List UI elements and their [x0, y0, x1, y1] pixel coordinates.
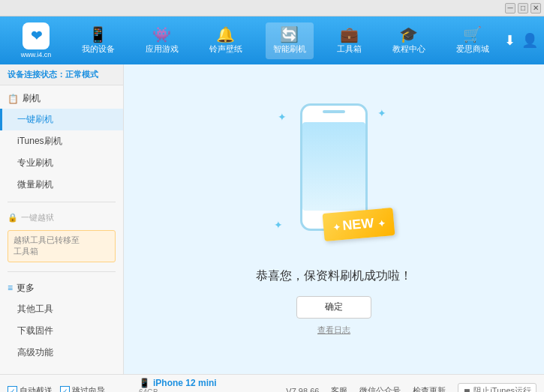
flash-section-title[interactable]: 📋 刷机 — [0, 88, 123, 109]
skip-wizard-checkbox[interactable]: ✓ 跳过向导 — [60, 385, 105, 392]
log-link[interactable]: 查看日志 — [317, 325, 350, 336]
phone-speaker — [323, 110, 345, 113]
lock-icon: 🔒 — [8, 213, 18, 223]
success-text: 恭喜您，保资料刷机成功啦！ — [256, 268, 412, 284]
sparkle-bl: ✦ — [274, 219, 283, 231]
smart-flash-icon: 🔄 — [280, 27, 299, 42]
phone-screen — [302, 122, 365, 211]
sidebar: 设备连接状态：正常模式 📋 刷机 一键刷机 iTunes刷机 专业刷机 微量刷机 — [0, 64, 124, 374]
check-update-link[interactable]: 检查更新 — [413, 385, 446, 392]
divider-1 — [8, 202, 116, 202]
nav-right: ⬇ 👤 — [504, 32, 538, 49]
device-info: 📱 iPhone 12 mini 64GB Down-12mini-13,1 — [131, 378, 286, 393]
nav-item-smart-flash[interactable]: 🔄 智能刷机 — [266, 22, 314, 59]
logo-icon: ❤ — [23, 22, 50, 49]
device-phone-icon: 📱 — [139, 378, 150, 388]
auto-jump-check-icon: ✓ — [8, 386, 17, 392]
device-storage: 64GB — [139, 388, 286, 393]
flash-section-icon: 📋 — [8, 94, 19, 104]
sidebar-item-itunes-flash[interactable]: iTunes刷机 — [0, 130, 123, 152]
toolbox-icon: 💼 — [340, 27, 359, 42]
my-device-icon: 📱 — [89, 27, 107, 42]
logo[interactable]: ❤ www.i4.cn — [6, 22, 66, 58]
more-section: ≡ 更多 其他工具 下载固件 高级功能 — [0, 275, 123, 367]
tutorial-icon: 🎓 — [399, 27, 418, 42]
bottom-left: ✓ 自动截送 ✓ 跳过向导 — [8, 385, 131, 392]
nav-item-apps-games[interactable]: 👾 应用游戏 — [138, 22, 186, 59]
jailbreak-notice: 越狱工具已转移至工具箱 — [8, 230, 116, 262]
wallpaper-icon: 🔔 — [216, 27, 235, 42]
minimize-button[interactable]: ─ — [505, 3, 515, 13]
jailbreak-section-title: 🔒 一键越狱 — [0, 208, 123, 227]
maximize-button[interactable]: □ — [518, 3, 528, 13]
main-area: 设备连接状态：正常模式 📋 刷机 一键刷机 iTunes刷机 专业刷机 微量刷机 — [0, 64, 544, 374]
nav-item-mi-shop[interactable]: 🛒 爱思商城 — [449, 22, 497, 59]
nav-item-tutorial[interactable]: 🎓 教程中心 — [385, 22, 433, 59]
bottom-bar: ✓ 自动截送 ✓ 跳过向导 📱 iPhone 12 mini 64GB Down… — [0, 374, 544, 392]
close-button[interactable]: ✕ — [530, 3, 541, 13]
version-label: V7.98.66 — [286, 387, 319, 393]
skip-wizard-check-icon: ✓ — [60, 386, 70, 392]
logo-url: www.i4.cn — [21, 51, 52, 58]
sparkle-tr: ✦ — [377, 107, 386, 119]
stop-itunes-button[interactable]: ⏹ 阻止iTunes运行 — [458, 383, 536, 392]
apps-games-icon: 👾 — [152, 27, 171, 42]
sidebar-item-other-tools[interactable]: 其他工具 — [0, 298, 123, 320]
sidebar-item-micro-flash[interactable]: 微量刷机 — [0, 174, 123, 196]
device-name: 📱 iPhone 12 mini — [139, 378, 286, 388]
mi-shop-icon: 🛒 — [463, 27, 482, 42]
confirm-button[interactable]: 确定 — [296, 296, 371, 319]
user-icon[interactable]: 👤 — [521, 32, 538, 49]
customer-service-link[interactable]: 客服 — [331, 385, 347, 392]
nav-item-my-device[interactable]: 📱 我的设备 — [74, 22, 122, 59]
more-section-title[interactable]: ≡ 更多 — [0, 278, 123, 298]
phone-illustration: ✦ ✦ ✦ NEW — [266, 103, 401, 253]
new-badge: NEW — [322, 207, 395, 241]
content-area: ✦ ✦ ✦ NEW 恭喜您，保资料刷机成功啦！ 确定 查看日志 — [124, 64, 544, 374]
auto-jump-checkbox[interactable]: ✓ 自动截送 — [8, 385, 53, 392]
download-icon[interactable]: ⬇ — [504, 32, 515, 49]
nav-item-toolbox[interactable]: 💼 工具箱 — [329, 22, 369, 59]
sidebar-item-one-key-flash[interactable]: 一键刷机 — [0, 109, 123, 130]
top-nav: ❤ www.i4.cn 📱 我的设备 👾 应用游戏 🔔 铃声壁纸 🔄 智能刷机 … — [0, 16, 544, 64]
nav-items: 📱 我的设备 👾 应用游戏 🔔 铃声壁纸 🔄 智能刷机 💼 工具箱 🎓 教程中心… — [66, 22, 504, 59]
sparkle-tl: ✦ — [278, 111, 287, 123]
bottom-right: V7.98.66 客服 微信公众号 检查更新 ⏹ 阻止iTunes运行 — [286, 383, 536, 392]
wechat-link[interactable]: 微信公众号 — [359, 385, 401, 392]
flash-section: 📋 刷机 一键刷机 iTunes刷机 专业刷机 微量刷机 — [0, 85, 123, 199]
title-bar: ─ □ ✕ — [0, 0, 544, 16]
sidebar-item-download-firmware[interactable]: 下载固件 — [0, 320, 123, 342]
stop-icon: ⏹ — [463, 387, 471, 393]
nav-item-wallpaper[interactable]: 🔔 铃声壁纸 — [202, 22, 250, 59]
more-icon: ≡ — [8, 283, 13, 293]
divider-2 — [8, 271, 116, 272]
sidebar-item-pro-flash[interactable]: 专业刷机 — [0, 152, 123, 174]
status-bar: 设备连接状态：正常模式 — [0, 64, 123, 85]
jailbreak-section: 🔒 一键越狱 越狱工具已转移至工具箱 — [0, 205, 123, 268]
sidebar-item-advanced[interactable]: 高级功能 — [0, 342, 123, 364]
